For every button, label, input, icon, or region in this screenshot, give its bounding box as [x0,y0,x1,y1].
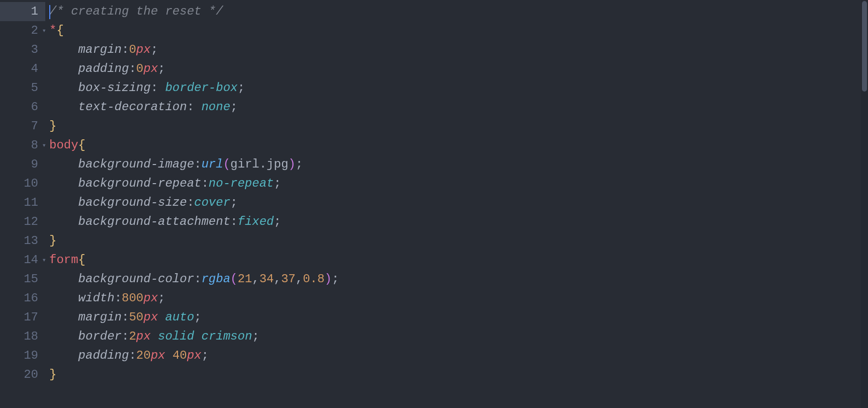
token-prop: background-attachment [78,215,230,228]
line-number: 4 [0,59,45,78]
code-line[interactable]: background-image:url(girl.jpg); [49,155,868,174]
code-line[interactable]: border:2px solid crimson; [49,327,868,346]
line-number: 11 [0,193,45,212]
token-indent [49,177,78,190]
code-line[interactable]: } [49,231,868,251]
token-indent [49,157,78,171]
code-line[interactable]: body{ [49,136,868,155]
token-number: 0 [129,43,136,56]
token-indent [49,43,78,56]
token-prop: background-size [78,196,187,209]
code-line[interactable]: padding:0px; [49,59,868,78]
token-indent [49,272,78,286]
token-punct: : [129,349,136,362]
line-number: 13 [0,231,45,251]
token-selector: * [49,24,56,37]
code-line[interactable]: margin:50px auto; [49,308,868,327]
token-prop: border [78,330,122,343]
token-number: 21 [237,272,252,286]
token-unit: px [143,310,158,324]
line-number: 12 [0,212,45,231]
token-brace: } [49,368,56,381]
token-prop: padding [78,349,129,362]
code-editor[interactable]: 12▾345678▾91011121314▾151617181920 /* cr… [0,0,868,408]
token-indent [49,330,78,343]
token-prop: margin [78,43,122,56]
token-punct: : [122,310,129,324]
code-line[interactable]: text-decoration: none; [49,98,868,117]
line-number: 7 [0,117,45,136]
token-number: 34 [259,272,274,286]
token-selector: body [49,138,78,152]
token-plain [151,330,158,343]
code-line[interactable]: } [49,117,868,136]
token-punct: ; [274,177,281,190]
token-prop: text-decoration [78,100,187,114]
token-paren: ) [288,157,295,171]
token-plain [165,349,172,362]
token-brace: { [56,24,63,37]
token-const: solid crimson [158,330,252,343]
line-number: 17 [0,308,45,327]
token-punct: ; [274,215,281,228]
token-unit: px [143,62,158,75]
token-punct: ; [230,196,237,209]
token-punct: : [194,272,201,286]
line-number: 2▾ [0,21,45,40]
line-number: 20 [0,365,45,384]
token-indent [49,310,78,324]
token-indent [49,62,78,75]
line-number: 8▾ [0,136,45,155]
token-func: url [201,157,223,171]
line-number: 15 [0,270,45,289]
token-unit: px [136,330,151,343]
line-number: 3 [0,40,45,59]
code-line[interactable]: padding:20px 40px; [49,346,868,365]
token-punct: ; [158,291,165,305]
code-line[interactable]: background-size:cover; [49,193,868,212]
token-const: no-repeat [209,177,274,190]
token-comment: /* creating the reset */ [49,5,223,18]
code-line[interactable]: form{ [49,251,868,270]
code-line[interactable]: box-sizing: border-box; [49,78,868,98]
token-punct: ; [332,272,339,286]
token-number: 20 [136,349,151,362]
token-sep: , [252,272,259,286]
code-line[interactable]: margin:0px; [49,40,868,59]
token-paren: ( [223,157,230,171]
line-number: 1 [0,2,45,21]
token-punct: : [187,100,202,114]
token-plain [158,310,165,324]
token-const: none [201,100,230,114]
token-indent [49,215,78,228]
line-number-gutter: 12▾345678▾91011121314▾151617181920 [0,0,45,408]
token-punct: ; [230,100,237,114]
code-line[interactable]: background-repeat:no-repeat; [49,174,868,193]
token-paren: ( [230,272,237,286]
line-number: 9 [0,155,45,174]
token-indent [49,81,78,95]
token-sep: , [296,272,303,286]
token-number: 0 [136,62,143,75]
token-selector: form [49,253,78,267]
token-unit: px [151,349,165,362]
token-sep: , [274,272,281,286]
code-line[interactable]: background-color:rgba(21,34,37,0.8); [49,270,868,289]
code-line[interactable]: background-attachment:fixed; [49,212,868,231]
code-line[interactable]: width:800px; [49,289,868,308]
token-punct: : [230,215,237,228]
token-unit: px [143,291,158,305]
code-area[interactable]: /* creating the reset */*{ margin:0px; p… [45,0,868,408]
token-indent [49,196,78,209]
token-punct: : [122,43,129,56]
code-line[interactable]: /* creating the reset */ [49,2,868,21]
token-prop: margin [78,310,122,324]
token-punct: : [201,177,208,190]
code-line[interactable]: } [49,365,868,384]
token-punct: ; [237,81,244,95]
code-line[interactable]: *{ [49,21,868,40]
token-punct: : [151,81,165,95]
token-prop: padding [78,62,129,75]
token-const: border-box [165,81,237,95]
line-number: 16 [0,289,45,308]
